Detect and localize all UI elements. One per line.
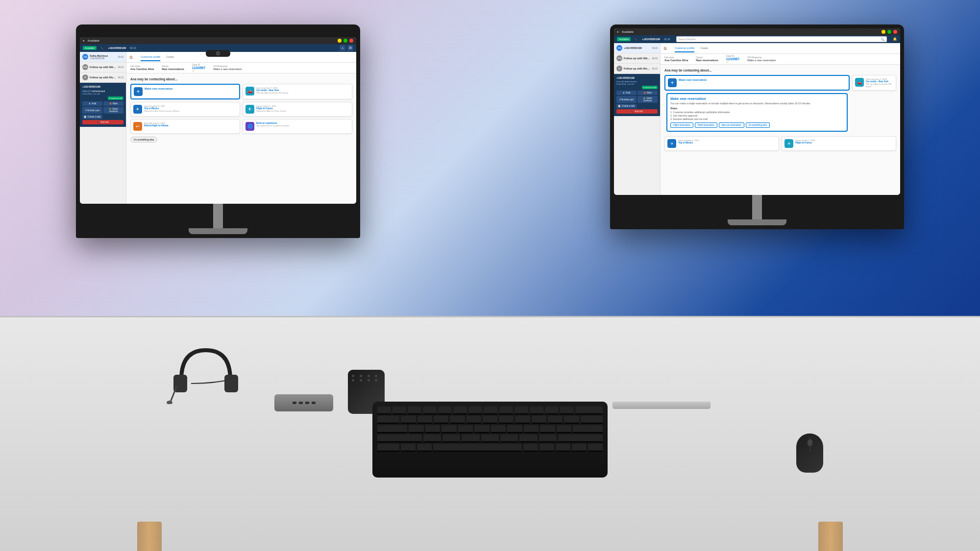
card-flight-france-right[interactable]: ✈ Upcoming Dec 5, 2022 Flight to France bbox=[782, 136, 896, 151]
key bbox=[507, 425, 522, 433]
status-badge-right: Available bbox=[617, 37, 631, 41]
key-left bbox=[572, 444, 587, 452]
btn-close-left[interactable] bbox=[349, 39, 353, 43]
suggestion-book-experience[interactable]: 🌐 Book an experience Top experience for … bbox=[243, 119, 352, 134]
titlebar-title-left: Available bbox=[88, 39, 99, 42]
suggestion-flight-france[interactable]: ✈ Upcoming Dec 5, 2022 Flight to France … bbox=[243, 102, 352, 117]
createtask-button-left[interactable]: 📋 Create a task bbox=[82, 115, 102, 119]
key bbox=[377, 407, 391, 414]
key-caps bbox=[377, 425, 407, 433]
settings-icon[interactable]: ⚙ bbox=[347, 45, 353, 51]
search-bar-right[interactable]: Search Wisdom 🔍 bbox=[676, 36, 887, 42]
mouse bbox=[796, 433, 823, 473]
crm-main-left: SM Sofia Martinez +19145550199 00:10 NW bbox=[80, 52, 356, 204]
hold-button-left[interactable]: ⏸ Hold bbox=[82, 101, 102, 106]
car-rental-icon: 🚗 bbox=[245, 87, 254, 96]
tab-customer-profile-left[interactable]: Customer profile bbox=[141, 53, 160, 61]
suggestion-content-car: Upcoming Sep 17, 2022 Car rental – New Y… bbox=[256, 87, 349, 94]
call-avatar-richard: R bbox=[82, 74, 88, 80]
sidebar-calls-list-right: SM +19145550199 00:16 NW Follow up with … bbox=[614, 43, 660, 74]
active-phone-right: +19145550199 bbox=[616, 76, 658, 79]
screen-right: ● Available Available 📞 +19145550199 00:… bbox=[614, 28, 900, 195]
btn-restore-left[interactable] bbox=[343, 39, 347, 43]
call-name-richard-right: Follow up with Richard bbox=[624, 67, 651, 70]
flight-reservation-btn[interactable]: Flight reservation bbox=[670, 122, 693, 128]
usb-port-1 bbox=[293, 402, 296, 404]
info-caseid-right: Case ID 1234567 ⚠ bbox=[726, 55, 739, 64]
quickconnects-button-left[interactable]: ⚡ Quick connects bbox=[103, 107, 123, 114]
expanded-desc: You can make a single reservation or inc… bbox=[670, 102, 844, 105]
call-info-richard-right: Follow up with Richard bbox=[624, 67, 651, 70]
info-caseid-left: Case ID 1234567 ⚠ bbox=[192, 64, 205, 72]
tab-customer-profile-right[interactable]: Customer profile bbox=[675, 45, 694, 52]
call-item-richard-right[interactable]: R Follow up with Richard 06:13 bbox=[614, 64, 660, 74]
info-ivr-right: IVR Response Make a new reservation bbox=[747, 56, 776, 62]
key bbox=[458, 425, 473, 433]
desk-leg-right bbox=[818, 522, 843, 551]
notif-area-right: 🔔 bbox=[893, 37, 897, 41]
add-icon[interactable]: + bbox=[340, 45, 345, 51]
card-car-rental-right[interactable]: 🚗 Upcoming Sep 17, 2022 Car rental – New… bbox=[852, 75, 896, 91]
may-contact-heading-left: Ana may be contacting about... bbox=[130, 77, 352, 81]
notif-bell-icon[interactable]: 🔔 bbox=[893, 37, 897, 41]
call-time-sofia: 00:10 bbox=[118, 56, 123, 58]
info-ivr-left: IVR Response Make a new reservation bbox=[213, 65, 242, 71]
suggestion-make-reservation-right-header[interactable]: + Make new reservation bbox=[664, 75, 850, 91]
titlebar-app-name: ● bbox=[83, 39, 85, 42]
call-info-nikki: Follow up with Nikki Wolf bbox=[90, 66, 117, 69]
home-icon-left[interactable]: 🏠 bbox=[129, 55, 133, 59]
titlebar-title-right: Available bbox=[622, 30, 634, 33]
tab-cases-left[interactable]: Cases bbox=[166, 53, 174, 61]
hold-button-right[interactable]: ⏸ Hold bbox=[616, 91, 637, 95]
crm-app-left: ● Available Available 📞 +19145550199 00:… bbox=[80, 37, 356, 204]
key-enter bbox=[581, 416, 603, 424]
crm-content-left: 🏠 Customer profile Cases Full name Ana C… bbox=[126, 52, 356, 204]
key bbox=[515, 416, 530, 424]
car-reservation-btn[interactable]: New car reservation bbox=[719, 122, 744, 128]
experience-icon: 🌐 bbox=[245, 122, 254, 131]
crm-nav-right: 🏠 Customer profile Cases bbox=[661, 43, 900, 54]
btn-close-right[interactable] bbox=[893, 30, 897, 34]
call-item-nikki[interactable]: NW Follow up with Nikki Wolf 06:43 bbox=[80, 62, 126, 72]
key bbox=[468, 407, 482, 414]
key bbox=[519, 434, 537, 442]
suggestion-make-reservation[interactable]: + Make new reservation bbox=[130, 84, 240, 99]
call-name-nikki: Follow up with Nikki Wolf bbox=[90, 66, 117, 69]
mute-button-left[interactable]: 🔇 Mute bbox=[103, 101, 123, 106]
active-call-panel-right: +19145550199 Voice ID: Authenticated Fra… bbox=[614, 74, 660, 116]
createtask-button-right[interactable]: 📋 Create a task bbox=[616, 104, 637, 108]
suggestion-trip-mexico[interactable]: ✈ Upcoming Aug 15, 2022 Trip to Mexico F… bbox=[130, 102, 240, 117]
active-call-panel-left: +19145550199 Voice ID Authenticated Frau… bbox=[80, 83, 126, 127]
call-item-nikki-right[interactable]: NW Follow up with Nikki Wolf 06:43 bbox=[614, 53, 660, 64]
hotel-reservation-btn[interactable]: Hotel reservation bbox=[695, 122, 717, 128]
key bbox=[540, 425, 555, 433]
svg-point-3 bbox=[167, 401, 172, 404]
key-shift-l bbox=[377, 434, 422, 442]
suggestion-refund[interactable]: ↩ Refunded July 10, 2022 Refund flight t… bbox=[130, 119, 240, 134]
monitor-neck-right bbox=[752, 195, 762, 219]
tab-cases-right[interactable]: Cases bbox=[700, 45, 708, 52]
call-item-richard[interactable]: R Follow up with Richard 06:13 bbox=[80, 72, 126, 83]
something-else-btn-left[interactable]: It's something else bbox=[130, 137, 157, 143]
btn-restore-right[interactable] bbox=[887, 30, 891, 34]
endcall-button-right[interactable]: 📞 End call bbox=[616, 109, 658, 114]
home-icon-right[interactable]: 🏠 bbox=[663, 47, 667, 50]
call-item-sofia-right[interactable]: SM +19145550199 00:16 bbox=[614, 43, 660, 53]
btn-minimize-right[interactable] bbox=[882, 30, 885, 34]
suggestion-car-rental[interactable]: 🚗 Upcoming Sep 17, 2022 Car rental – New… bbox=[243, 84, 352, 99]
call-item-sofia[interactable]: SM Sofia Martinez +19145550199 00:10 bbox=[80, 52, 126, 62]
key bbox=[530, 407, 543, 414]
numpad-button-left[interactable]: # Number pad bbox=[82, 107, 102, 114]
numpad-button-right[interactable]: # Number pad bbox=[616, 96, 637, 103]
btn-minimize-left[interactable] bbox=[338, 39, 342, 43]
endcall-button-left[interactable]: 📞 End call bbox=[82, 120, 123, 124]
quickconnects-button-right[interactable]: ⚡ Quick connects bbox=[637, 96, 658, 103]
mute-button-right[interactable]: 🔇 Mute bbox=[637, 91, 658, 95]
search-placeholder: Search Wisdom bbox=[679, 38, 881, 41]
suggestion-content-reservation: Make new reservation bbox=[145, 87, 237, 91]
step-2: 2. Get real-time approval bbox=[670, 114, 844, 117]
card-trip-mexico-right[interactable]: ✈ Upcoming Aug 15, 2022 Trip to Mexico bbox=[664, 136, 779, 151]
call-avatar-nikki-right: NW bbox=[616, 55, 622, 61]
something-else-btn-right[interactable]: It's something else bbox=[746, 122, 770, 128]
active-call-info: Voice ID Authenticated bbox=[82, 89, 123, 93]
